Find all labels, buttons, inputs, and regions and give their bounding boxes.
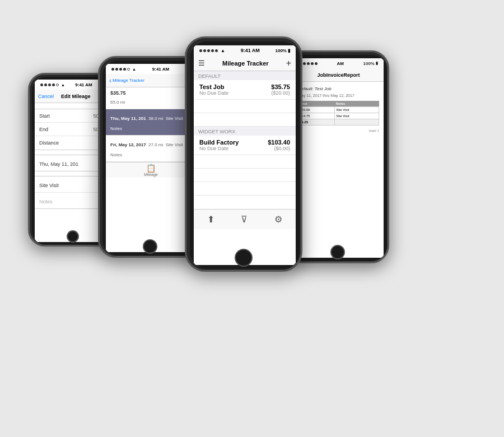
status-bar-2: ▲ 9:41 AM 🔋 (106, 64, 196, 74)
row1-notes: Site Visit (335, 113, 379, 119)
signal-dot (111, 68, 114, 71)
empty-row-4 (194, 169, 296, 182)
back-label: Mileage Tracker (113, 78, 144, 83)
phone-4-screen: AM 100% ▮ JobInvoiceReport Default: Test… (293, 58, 384, 258)
tracker-list-item-0[interactable]: Test Job $35.75 No Due Date ($20.00) (194, 80, 296, 100)
empty-row-2 (194, 113, 296, 127)
row0-total: $20.00 (298, 107, 335, 113)
page-note: page 1 (298, 129, 379, 132)
signal-dot (40, 83, 43, 86)
invoice-report-title: Default: Test Job (298, 86, 379, 91)
mileage-tab-icon: 📋 (146, 164, 156, 173)
phone-2-screen: ▲ 9:41 AM 🔋 Mileage Tracker (106, 64, 196, 252)
tracker-nav-bar: ☰ Mileage Tracker + (194, 55, 296, 71)
time-display-2: 9:41 AM (152, 67, 169, 72)
status-bar-3: ▲ 9:41 AM 100% ▮ (194, 45, 296, 55)
site-visit-label: Site Visit (39, 183, 59, 188)
mileage-tab-label: Mileage (144, 173, 158, 176)
signal-dot (303, 62, 306, 65)
home-button-4[interactable] (330, 245, 345, 259)
item-name-1: Build Factory (199, 139, 239, 146)
hamburger-icon[interactable]: ☰ (198, 59, 205, 67)
ml-list: $35.75 65.0 mi Thu, May 11, 201 38.0 mi … (106, 87, 196, 162)
list-item-2[interactable]: Fri, May 12, 2017 27.0 mi Site Visit No … (106, 136, 196, 162)
phone-3-screen: ▲ 9:41 AM 100% ▮ ☰ Mileage Tracker + (194, 45, 296, 265)
end-label: End (39, 127, 48, 132)
tracker-item-row-1: Build Factory $103.40 (199, 139, 290, 146)
item-name-0: Test Job (199, 83, 224, 90)
time-display-1: 9:41 AM (75, 82, 92, 87)
item-sub-1: Site Visit (166, 116, 183, 121)
section-header-default: Default (194, 71, 296, 80)
invoice-nav: JobInvoiceReport (293, 68, 384, 82)
item-sub-1: No Due Date (199, 146, 228, 151)
start-label: Start (39, 113, 50, 119)
item-date-2: Fri, May 12, 2017 (110, 142, 146, 147)
battery-pct-4: 100% (363, 61, 375, 66)
phone-3: ▲ 9:41 AM 100% ▮ ☰ Mileage Tracker + (185, 36, 302, 272)
item-amount-0: $35.75 (271, 83, 290, 90)
signal-dot (123, 68, 126, 71)
signal-dot (52, 83, 55, 86)
table-row-0: $20.00 Site Visit (298, 107, 379, 113)
item-mi-0: 65.0 mi (110, 100, 125, 105)
item-date-1: Thu, May 11, 201 (110, 116, 146, 121)
cancel-button[interactable]: Cancel (38, 94, 54, 99)
signal-dot (44, 83, 47, 86)
battery-icon-4: ▮ (376, 61, 378, 66)
tracker-item-row-0: Test Job $35.75 (199, 83, 290, 90)
signal-dot (207, 49, 210, 52)
phone-4-inner: AM 100% ▮ JobInvoiceReport Default: Test… (290, 55, 387, 261)
settings-icon[interactable]: ⚙ (274, 214, 282, 225)
plus-icon[interactable]: + (286, 58, 291, 68)
col-header-total: Total (298, 101, 335, 107)
time-display-4: AM (337, 61, 344, 66)
item-amount-1: $103.40 (268, 139, 290, 146)
table-row-1: $14.75 Site Visit (298, 113, 379, 119)
distance-label: Distance (39, 140, 59, 146)
filter-icon[interactable]: ⊽ (241, 214, 248, 225)
back-chevron (109, 77, 111, 85)
item-amount-0: $35.75 (110, 90, 126, 96)
empty-row-5 (194, 182, 296, 196)
tracker-title: Mileage Tracker (222, 60, 269, 67)
tracker-list-item-1[interactable]: Build Factory $103.40 No Due Date ($0.00… (194, 136, 296, 155)
home-button-2[interactable] (143, 239, 157, 254)
tracker-nav-icons: + (286, 58, 291, 68)
signal-dot (127, 68, 130, 71)
home-button-1[interactable] (67, 230, 79, 243)
invoice-body: Default: Test Job May 11, 2017 thru May … (293, 82, 384, 137)
tracker-item-sub-row-0: No Due Date ($20.00) (199, 90, 290, 96)
item-sub-2: Site Visit (166, 142, 183, 147)
home-button-3[interactable] (235, 249, 253, 267)
signal-dot (203, 49, 206, 52)
notes-placeholder: Notes (39, 199, 53, 204)
section-header-widget-worx: Widget Worx (194, 127, 296, 136)
edit-mileage-title: Edit Mileage (61, 94, 91, 99)
list-item-1[interactable]: Thu, May 11, 201 38.0 mi Site Visit No N… (106, 109, 196, 136)
item-mi-1: 38.0 mi (148, 116, 163, 121)
item-mi-2: 27.0 mi (148, 142, 163, 147)
tracker-bottom-bar: ⬆ ⊽ ⚙ (194, 209, 296, 229)
ml-back-button[interactable]: Mileage Tracker (109, 77, 144, 85)
col-header-notes: Notes (335, 101, 379, 107)
invoice-table: Total Notes $20.00 Site Visit $14.75 (298, 101, 379, 125)
signal-dot (311, 62, 314, 65)
signal-dot (119, 68, 122, 71)
time-display-3: 9:41 AM (241, 48, 260, 53)
empty-row-1 (194, 100, 296, 113)
signal-dot (115, 68, 118, 71)
total-value: $6.25 (298, 119, 335, 125)
table-row-total: $6.25 (298, 119, 379, 125)
signal-dot (48, 83, 51, 86)
signal-dot (315, 62, 318, 65)
signal-dot (211, 49, 214, 52)
item-sub-0: No Due Date (199, 90, 228, 96)
battery-pct-3: 100% (276, 48, 287, 53)
share-icon[interactable]: ⬆ (207, 214, 214, 225)
signal-dot (199, 49, 202, 52)
mileage-tab[interactable]: 📋 Mileage (144, 164, 158, 176)
list-item-0[interactable]: $35.75 65.0 mi (106, 87, 196, 109)
empty-row-3 (194, 155, 296, 169)
ml-tab-bar: 📋 Mileage (106, 162, 196, 178)
